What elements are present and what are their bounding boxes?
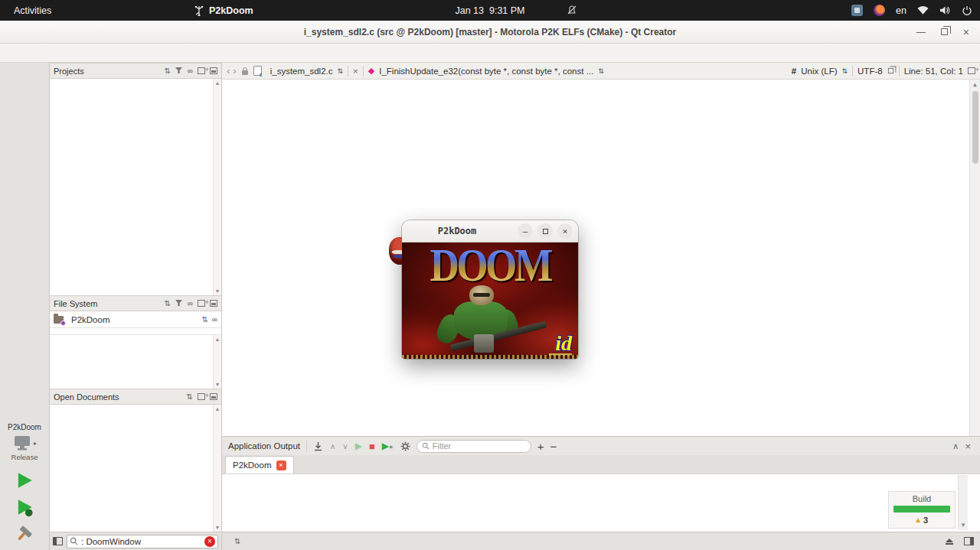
filter-icon[interactable]: [175, 67, 183, 74]
right-sidebar-toggle-icon[interactable]: [964, 537, 974, 545]
focused-app-menu[interactable]: P2kDoom: [194, 5, 253, 16]
encoding-combo[interactable]: UTF-8: [858, 67, 883, 76]
scroll-to-bottom-icon[interactable]: [313, 441, 323, 451]
build-progress-card[interactable]: Build 3: [888, 491, 956, 529]
build-button[interactable]: [15, 524, 34, 542]
volume-icon[interactable]: [939, 5, 951, 15]
kit-name-label: P2kDoom: [8, 420, 41, 434]
filesystem-panel-header: File System ⇅ ∞: [50, 295, 221, 311]
qtcreator-title-bar[interactable]: i_system_sdl2.c (src @ P2kDoom) [master]…: [0, 21, 980, 44]
filesystem-root-combo[interactable]: P2kDoom ⇅ ∞: [50, 311, 221, 328]
zoom-in-icon[interactable]: +: [537, 440, 544, 453]
line-ending-combo[interactable]: Unix (LF): [801, 67, 837, 76]
notifications-disabled-icon: [567, 5, 577, 15]
maximize-pane-icon[interactable]: ∧: [952, 441, 959, 451]
kit-config-label: Release: [11, 453, 38, 461]
prev-item-icon[interactable]: ∧: [330, 442, 335, 451]
clock[interactable]: Jan 13 9:31 PM: [455, 5, 524, 16]
hash-button[interactable]: #: [792, 67, 796, 76]
collapse-panel-icon[interactable]: [210, 67, 217, 74]
rerun-icon[interactable]: ▶✳: [382, 441, 394, 451]
forward-icon[interactable]: ›: [233, 65, 236, 76]
collapse-panel-icon[interactable]: [210, 393, 217, 400]
gnome-top-bar: Activities P2kDoom Jan 13 9:31 PM en: [0, 0, 980, 21]
run-icon[interactable]: ▶: [355, 441, 362, 451]
file-combo-arrows[interactable]: ⇅: [338, 67, 344, 75]
output-filter-input[interactable]: Filter: [416, 440, 531, 453]
symbol-combo[interactable]: I_FinishUpdate_e32(const byte *, const b…: [379, 67, 593, 76]
output-panes-menu-icon[interactable]: [946, 539, 953, 545]
tray-app-icon-1[interactable]: [851, 5, 863, 16]
power-icon[interactable]: [962, 5, 972, 16]
cursor-position-label[interactable]: Line: 51, Col: 1: [904, 67, 963, 76]
split-panel-icon[interactable]: [198, 67, 205, 74]
line-ending-arrows[interactable]: ⇅: [842, 67, 848, 75]
link-icon[interactable]: ∞: [188, 67, 193, 75]
doom-close-button[interactable]: ×: [557, 223, 573, 239]
build-progress-label: Build: [893, 494, 950, 503]
panel-combo-icon[interactable]: ⇅: [187, 393, 193, 401]
next-item-icon[interactable]: ∨: [342, 442, 348, 451]
wifi-icon[interactable]: [917, 5, 929, 15]
close-pane-icon[interactable]: ×: [965, 441, 971, 452]
projects-scrollbar[interactable]: ▲▼: [213, 79, 221, 295]
filter-icon[interactable]: [175, 300, 183, 307]
output-text[interactable]: [222, 474, 980, 532]
open-file-combo[interactable]: i_system_sdl2.c: [270, 67, 333, 76]
editor-scrollbar[interactable]: ▲: [969, 80, 980, 436]
activities-button[interactable]: Activities: [0, 5, 65, 16]
settings-gear-icon[interactable]: [400, 441, 410, 451]
p2kdoom-app-icon: [194, 5, 204, 16]
doom-minimize-button[interactable]: –: [518, 223, 533, 239]
panel-combo-icon[interactable]: ⇅: [164, 67, 170, 75]
output-tab-p2kdoom[interactable]: P2kDoom ×: [225, 456, 294, 474]
output-pane-bar: ⇅: [222, 532, 980, 550]
lock-icon: [241, 67, 249, 76]
code-editor[interactable]: ▲ P2kDoom – × DOOM: [222, 80, 980, 436]
tray-app-icon-2[interactable]: [874, 5, 885, 16]
doom-logo: DOOM: [409, 242, 571, 291]
minimize-button[interactable]: —: [916, 27, 926, 37]
run-debug-button[interactable]: [15, 497, 34, 517]
application-output-panel: Application Output ∧ ∨ ▶ ■ ▶✳ Filter + −: [222, 436, 980, 532]
kit-selector[interactable]: ▸ Release: [11, 434, 38, 464]
locator-bar: : DoomWindow ×: [50, 532, 221, 550]
clear-search-icon[interactable]: ×: [204, 536, 215, 547]
filesystem-root-label: P2kDoom: [71, 315, 198, 324]
opendocs-panel-title: Open Documents: [54, 392, 182, 402]
build-warning-count: 3: [923, 516, 928, 525]
stop-icon[interactable]: ■: [369, 441, 375, 452]
search-icon: [70, 537, 78, 545]
back-icon[interactable]: ‹: [227, 65, 230, 76]
symbol-combo-arrows[interactable]: ⇅: [598, 67, 604, 75]
locator-input[interactable]: : DoomWindow ×: [67, 535, 218, 548]
menu-bar: [0, 44, 980, 63]
symbol-icon: ◆: [368, 66, 374, 76]
doom-maximize-button[interactable]: [537, 223, 553, 239]
panel-combo-icon[interactable]: ⇅: [201, 316, 207, 324]
opendocs-scrollbar[interactable]: ▲▼: [213, 405, 221, 532]
doom-game-window[interactable]: P2kDoom – × DOOM id: [402, 220, 578, 359]
zoom-out-icon[interactable]: −: [550, 440, 557, 453]
pane-combo-icon[interactable]: ⇅: [234, 538, 240, 545]
split-panel-icon[interactable]: [198, 393, 205, 400]
link-icon[interactable]: ∞: [212, 316, 217, 324]
run-button[interactable]: [15, 470, 34, 490]
close-button[interactable]: ×: [963, 26, 969, 38]
output-scrollbar[interactable]: ▼: [958, 475, 968, 530]
doom-window-titlebar[interactable]: P2kDoom – ×: [402, 220, 578, 242]
filesystem-scrollbar[interactable]: ▲▼: [213, 335, 221, 389]
split-panel-icon[interactable]: [198, 300, 205, 307]
release-target-icon: [12, 434, 32, 451]
close-document-icon[interactable]: ×: [353, 67, 358, 76]
document-properties-icon[interactable]: [888, 68, 893, 73]
collapse-panel-icon[interactable]: [210, 300, 217, 307]
sidebar-toggle-icon[interactable]: [53, 537, 63, 545]
focused-app-label: P2kDoom: [209, 5, 253, 16]
panel-combo-icon[interactable]: ⇅: [164, 300, 170, 308]
keyboard-layout-indicator[interactable]: en: [896, 5, 906, 16]
restore-button[interactable]: [941, 28, 948, 35]
link-icon[interactable]: ∞: [188, 300, 193, 308]
split-editor-icon[interactable]: [968, 67, 975, 74]
close-tab-icon[interactable]: ×: [276, 461, 286, 470]
